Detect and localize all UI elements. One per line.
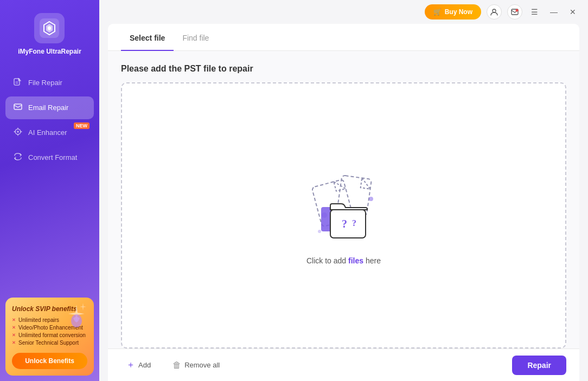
tabs-bar: Select file Find file — [108, 24, 579, 51]
svg-point-4 — [17, 131, 19, 133]
titlebar: 🛒 Buy Now ☰ — ✕ — [99, 0, 588, 24]
logo-icon — [34, 13, 65, 43]
sidebar-navigation: File Repair Email Repair AI Enhancer — [0, 72, 99, 169]
promo-item-2: Unlimited format conversion — [12, 332, 87, 338]
tab-select-file[interactable]: Select file — [121, 24, 174, 51]
cart-icon: 🛒 — [433, 8, 442, 16]
add-icon: ＋ — [126, 359, 135, 371]
ai-enhancer-icon — [13, 127, 23, 139]
unlock-benefits-button[interactable]: Unlock Benefits — [12, 353, 87, 369]
file-repair-icon — [13, 77, 23, 89]
email-repair-icon — [13, 102, 23, 114]
tab-find-file[interactable]: Find file — [174, 24, 218, 51]
footer: ＋ Add 🗑 Remove all Repair — [108, 348, 579, 381]
svg-text:?: ? — [342, 218, 347, 230]
drop-zone[interactable]: ? ? Click to add files here — [121, 82, 566, 348]
promo-item-3: Senior Technical Support — [12, 340, 87, 346]
svg-point-8 — [516, 9, 519, 12]
trash-icon: 🗑 — [172, 360, 181, 370]
sidebar-item-email-repair[interactable]: Email Repair — [5, 96, 94, 119]
svg-point-16 — [322, 212, 327, 218]
sidebar-item-email-repair-label: Email Repair — [28, 104, 68, 112]
mail-icon-button[interactable] — [507, 4, 522, 20]
content-area: Select file Find file Please add the PST… — [108, 24, 579, 348]
hamburger-icon[interactable]: ☰ — [528, 7, 541, 17]
new-badge: NEW — [74, 122, 90, 129]
svg-point-6 — [493, 9, 496, 12]
app-logo: iMyFone UltraRepair — [18, 13, 81, 56]
promo-sparkle-icon — [66, 302, 87, 333]
svg-rect-2 — [14, 104, 22, 109]
main-area: 🛒 Buy Now ☰ — ✕ Select file Find file P — [99, 0, 588, 381]
profile-icon-button[interactable] — [487, 4, 502, 20]
svg-rect-12 — [330, 210, 366, 238]
app-name-label: iMyFone UltraRepair — [18, 48, 81, 56]
svg-point-15 — [369, 197, 373, 201]
sidebar-item-ai-enhancer-label: AI Enhancer — [28, 128, 67, 137]
svg-text:?: ? — [352, 218, 356, 228]
close-button[interactable]: ✕ — [566, 7, 579, 17]
sidebar-item-ai-enhancer[interactable]: AI Enhancer NEW — [5, 121, 94, 144]
drop-zone-container: Please add the PST file to repair — [108, 51, 579, 348]
svg-point-17 — [318, 230, 321, 233]
sidebar-item-convert-format[interactable]: Convert Format — [5, 146, 94, 169]
repair-button[interactable]: Repair — [512, 356, 566, 375]
drop-zone-text: Click to add files here — [306, 256, 381, 265]
sidebar-item-convert-format-label: Convert Format — [28, 153, 77, 162]
file-illustration: ? ? — [301, 166, 387, 248]
sidebar-item-file-repair-label: File Repair — [28, 79, 62, 87]
convert-format-icon — [13, 152, 23, 164]
add-button[interactable]: ＋ Add — [121, 356, 156, 374]
minimize-button[interactable]: — — [547, 7, 561, 17]
sidebar: iMyFone UltraRepair File Repair — [0, 0, 99, 381]
footer-left-actions: ＋ Add 🗑 Remove all — [121, 356, 225, 374]
drop-zone-title: Please add the PST file to repair — [121, 64, 566, 74]
promo-card: Unlock SVIP benefits Unlimited repairs V… — [5, 298, 94, 376]
sidebar-item-file-repair[interactable]: File Repair — [5, 72, 94, 94]
buy-now-button[interactable]: 🛒 Buy Now — [425, 4, 481, 20]
remove-all-button[interactable]: 🗑 Remove all — [167, 356, 225, 374]
